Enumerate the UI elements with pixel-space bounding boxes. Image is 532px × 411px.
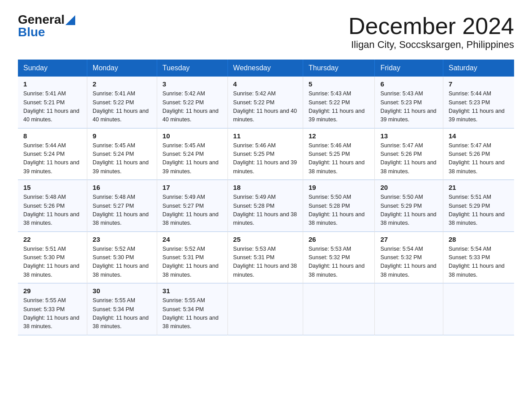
day-info: Sunrise: 5:50 AMSunset: 5:29 PMDaylight:…: [380, 194, 436, 226]
calendar-cell: 10 Sunrise: 5:45 AMSunset: 5:24 PMDaylig…: [157, 128, 227, 180]
day-number: 9: [93, 132, 151, 140]
day-info: Sunrise: 5:55 AMSunset: 5:33 PMDaylight:…: [23, 297, 79, 330]
day-number: 28: [449, 235, 509, 243]
day-number: 10: [163, 132, 222, 140]
day-number: 20: [380, 184, 437, 191]
day-number: 22: [23, 235, 82, 243]
calendar-cell: 26 Sunrise: 5:53 AMSunset: 5:32 PMDaylig…: [303, 231, 375, 283]
day-number: 11: [233, 132, 297, 140]
calendar-cell: 30 Sunrise: 5:55 AMSunset: 5:34 PMDaylig…: [87, 283, 157, 335]
day-info: Sunrise: 5:49 AMSunset: 5:27 PMDaylight:…: [163, 194, 219, 226]
day-number: 3: [163, 80, 222, 88]
day-info: Sunrise: 5:55 AMSunset: 5:34 PMDaylight:…: [163, 297, 219, 330]
day-number: 12: [309, 132, 369, 140]
day-number: 31: [163, 287, 222, 295]
day-header-saturday: Saturday: [443, 60, 514, 77]
calendar-cell: 9 Sunrise: 5:45 AMSunset: 5:24 PMDayligh…: [87, 128, 157, 180]
calendar-cell: 21 Sunrise: 5:51 AMSunset: 5:29 PMDaylig…: [443, 180, 514, 232]
day-info: Sunrise: 5:51 AMSunset: 5:29 PMDaylight:…: [449, 194, 505, 226]
day-number: 6: [380, 80, 437, 88]
day-number: 19: [309, 184, 369, 191]
calendar-cell: 14 Sunrise: 5:47 AMSunset: 5:26 PMDaylig…: [443, 128, 514, 180]
day-info: Sunrise: 5:41 AMSunset: 5:22 PMDaylight:…: [93, 90, 149, 123]
calendar-cell: 8 Sunrise: 5:44 AMSunset: 5:24 PMDayligh…: [18, 128, 87, 180]
calendar-body: 1 Sunrise: 5:41 AMSunset: 5:21 PMDayligh…: [18, 77, 514, 335]
day-info: Sunrise: 5:55 AMSunset: 5:34 PMDaylight:…: [93, 297, 149, 330]
calendar-cell: [227, 283, 303, 335]
calendar-cell: 15 Sunrise: 5:48 AMSunset: 5:26 PMDaylig…: [18, 180, 87, 232]
day-number: 29: [23, 287, 82, 295]
day-header-wednesday: Wednesday: [227, 60, 303, 77]
day-info: Sunrise: 5:51 AMSunset: 5:30 PMDaylight:…: [23, 246, 79, 278]
calendar-cell: 1 Sunrise: 5:41 AMSunset: 5:21 PMDayligh…: [18, 77, 87, 128]
day-number: 1: [23, 80, 82, 88]
calendar-cell: 6 Sunrise: 5:43 AMSunset: 5:23 PMDayligh…: [375, 77, 443, 128]
calendar-cell: 31 Sunrise: 5:55 AMSunset: 5:34 PMDaylig…: [157, 283, 227, 335]
day-number: 5: [309, 80, 369, 88]
day-number: 26: [309, 235, 369, 243]
day-info: Sunrise: 5:44 AMSunset: 5:24 PMDaylight:…: [23, 142, 79, 175]
day-info: Sunrise: 5:47 AMSunset: 5:26 PMDaylight:…: [449, 142, 505, 175]
day-info: Sunrise: 5:43 AMSunset: 5:23 PMDaylight:…: [380, 90, 436, 123]
calendar-header: SundayMondayTuesdayWednesdayThursdayFrid…: [18, 60, 514, 77]
calendar-cell: [375, 283, 443, 335]
day-number: 15: [23, 184, 82, 191]
calendar-cell: [303, 283, 375, 335]
day-info: Sunrise: 5:52 AMSunset: 5:30 PMDaylight:…: [93, 246, 149, 278]
day-info: Sunrise: 5:44 AMSunset: 5:23 PMDaylight:…: [449, 90, 505, 123]
calendar-subtitle: Iligan City, Soccsksargen, Philippines: [348, 39, 514, 51]
calendar-cell: 13 Sunrise: 5:47 AMSunset: 5:26 PMDaylig…: [375, 128, 443, 180]
week-row-1: 1 Sunrise: 5:41 AMSunset: 5:21 PMDayligh…: [18, 77, 514, 128]
day-info: Sunrise: 5:45 AMSunset: 5:24 PMDaylight:…: [163, 142, 219, 175]
day-info: Sunrise: 5:43 AMSunset: 5:22 PMDaylight:…: [309, 90, 365, 123]
week-row-4: 22 Sunrise: 5:51 AMSunset: 5:30 PMDaylig…: [18, 231, 514, 283]
calendar-cell: 11 Sunrise: 5:46 AMSunset: 5:25 PMDaylig…: [227, 128, 303, 180]
day-info: Sunrise: 5:46 AMSunset: 5:25 PMDaylight:…: [309, 142, 365, 175]
day-number: 18: [233, 184, 297, 191]
day-info: Sunrise: 5:41 AMSunset: 5:21 PMDaylight:…: [23, 90, 79, 123]
day-info: Sunrise: 5:48 AMSunset: 5:26 PMDaylight:…: [23, 194, 79, 226]
calendar-cell: [443, 283, 514, 335]
calendar-cell: 28 Sunrise: 5:54 AMSunset: 5:33 PMDaylig…: [443, 231, 514, 283]
day-number: 16: [93, 184, 151, 191]
day-number: 21: [449, 184, 509, 191]
day-number: 25: [233, 235, 297, 243]
day-info: Sunrise: 5:45 AMSunset: 5:24 PMDaylight:…: [93, 142, 149, 175]
day-info: Sunrise: 5:54 AMSunset: 5:33 PMDaylight:…: [449, 246, 505, 278]
calendar-cell: 7 Sunrise: 5:44 AMSunset: 5:23 PMDayligh…: [443, 77, 514, 128]
logo-triangle-icon: [65, 15, 75, 25]
day-info: Sunrise: 5:53 AMSunset: 5:32 PMDaylight:…: [309, 246, 365, 278]
day-header-friday: Friday: [375, 60, 443, 77]
calendar-cell: 20 Sunrise: 5:50 AMSunset: 5:29 PMDaylig…: [375, 180, 443, 232]
day-info: Sunrise: 5:52 AMSunset: 5:31 PMDaylight:…: [163, 246, 219, 278]
calendar-cell: 24 Sunrise: 5:52 AMSunset: 5:31 PMDaylig…: [157, 231, 227, 283]
week-row-2: 8 Sunrise: 5:44 AMSunset: 5:24 PMDayligh…: [18, 128, 514, 180]
day-header-row: SundayMondayTuesdayWednesdayThursdayFrid…: [18, 60, 514, 77]
day-header-sunday: Sunday: [18, 60, 87, 77]
day-info: Sunrise: 5:54 AMSunset: 5:32 PMDaylight:…: [380, 246, 436, 278]
calendar-cell: 18 Sunrise: 5:49 AMSunset: 5:28 PMDaylig…: [227, 180, 303, 232]
calendar-cell: 4 Sunrise: 5:42 AMSunset: 5:22 PMDayligh…: [227, 77, 303, 128]
day-info: Sunrise: 5:46 AMSunset: 5:25 PMDaylight:…: [233, 142, 297, 175]
day-number: 2: [93, 80, 151, 88]
day-number: 4: [233, 80, 297, 88]
calendar-cell: 12 Sunrise: 5:46 AMSunset: 5:25 PMDaylig…: [303, 128, 375, 180]
calendar-cell: 29 Sunrise: 5:55 AMSunset: 5:33 PMDaylig…: [18, 283, 87, 335]
day-header-tuesday: Tuesday: [157, 60, 227, 77]
day-info: Sunrise: 5:42 AMSunset: 5:22 PMDaylight:…: [233, 90, 297, 123]
logo-blue: Blue: [18, 25, 45, 39]
week-row-5: 29 Sunrise: 5:55 AMSunset: 5:33 PMDaylig…: [18, 283, 514, 335]
week-row-3: 15 Sunrise: 5:48 AMSunset: 5:26 PMDaylig…: [18, 180, 514, 232]
day-info: Sunrise: 5:50 AMSunset: 5:28 PMDaylight:…: [309, 194, 365, 226]
page-header: General Blue December 2024 Iligan City, …: [18, 13, 514, 51]
calendar-cell: 25 Sunrise: 5:53 AMSunset: 5:31 PMDaylig…: [227, 231, 303, 283]
day-number: 17: [163, 184, 222, 191]
logo: General Blue: [18, 13, 75, 39]
calendar-cell: 19 Sunrise: 5:50 AMSunset: 5:28 PMDaylig…: [303, 180, 375, 232]
day-header-thursday: Thursday: [303, 60, 375, 77]
svg-marker-0: [65, 15, 75, 25]
calendar-cell: 16 Sunrise: 5:48 AMSunset: 5:27 PMDaylig…: [87, 180, 157, 232]
day-info: Sunrise: 5:42 AMSunset: 5:22 PMDaylight:…: [163, 90, 219, 123]
day-number: 24: [163, 235, 222, 243]
calendar-cell: 3 Sunrise: 5:42 AMSunset: 5:22 PMDayligh…: [157, 77, 227, 128]
